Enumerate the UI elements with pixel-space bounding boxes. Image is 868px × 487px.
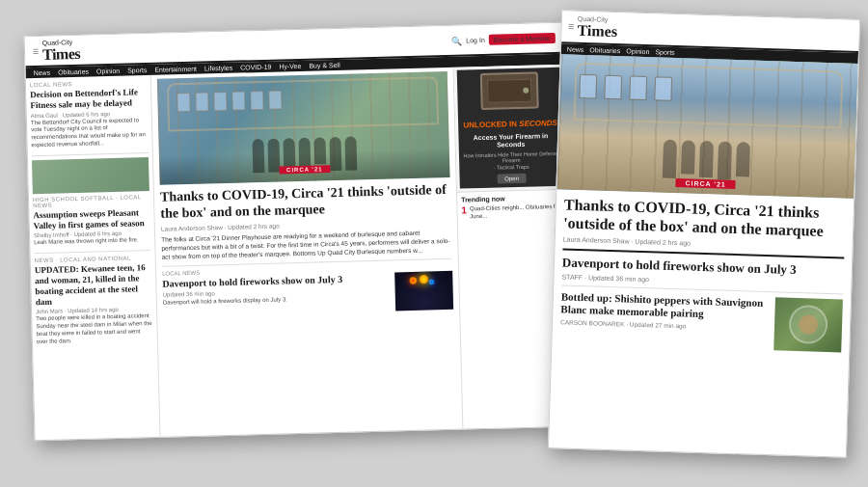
nav-lifestyles[interactable]: Lifestyles [204, 65, 232, 72]
sec-window-row [579, 74, 672, 101]
sec-window-2 [604, 75, 622, 100]
ad-banner: Unlocked in SECONDS Access Your Firearm … [454, 65, 567, 193]
window [213, 92, 228, 111]
sec-bottom-article: Bottled up: Shishito peppers with Sauvig… [559, 290, 843, 352]
sec-nav-sports[interactable]: Sports [655, 48, 674, 56]
sec-person-4 [718, 141, 732, 179]
nav-opinion[interactable]: Opinion [96, 68, 120, 75]
sec-bottom-image [773, 297, 843, 352]
sidebar-body-3: Two people were killed in a boating acci… [36, 312, 153, 345]
window [250, 91, 264, 110]
center-content: CIRCA '21 Thanks to COVID-19, Circa '21 … [151, 68, 463, 440]
ad-headline: Access Your Firearm in Seconds [462, 132, 558, 150]
hamburger-icon[interactable]: ☰ [33, 48, 39, 56]
sec-nav-obituaries[interactable]: Obituaries [589, 46, 620, 54]
nav-covid[interactable]: COVID-19 [240, 64, 271, 71]
ad-unlocked-title: Unlocked in [463, 120, 519, 130]
sec-marquee-sign: CIRCA '21 [675, 178, 736, 189]
login-button[interactable]: Log In [466, 37, 485, 44]
become-member-button[interactable]: Become a Member [489, 33, 556, 45]
sec-bottom-headline[interactable]: Bottled up: Shishito peppers with Sauvig… [560, 290, 771, 322]
ad-sub2: · Tactical Traps [494, 164, 529, 171]
trending-text-1: Quad-Cities neighb... Obituaries for Jun… [470, 203, 564, 221]
nav-entertainment[interactable]: Entertainment [154, 66, 197, 73]
header-actions: 🔍 Log In Become a Member [451, 33, 556, 46]
trending-label: Trending now [461, 194, 563, 203]
divider-2 [34, 250, 150, 254]
main-body: The folks at Circa '21 Dinner Playhouse … [161, 227, 452, 260]
marquee-sign: CIRCA '21 [279, 165, 331, 174]
trending-item-1[interactable]: 1 Quad-Cities neighb... Obituaries for J… [461, 203, 563, 221]
window [176, 93, 191, 112]
sec-bottom-text: Bottled up: Shishito peppers with Sauvig… [559, 290, 771, 350]
window [268, 90, 283, 109]
window [195, 92, 209, 111]
ad-seconds-text: SECONDS [519, 119, 557, 128]
sec-building-img: CIRCA '21 [556, 54, 857, 199]
section-label-2: HIGH SCHOOL SOFTBALL · LOCAL NEWS [33, 194, 149, 208]
sidebar-body-1: The Bettendorf City Council is expected … [31, 117, 149, 149]
sec-nav-news[interactable]: News [567, 45, 584, 53]
fireworks-image [394, 271, 453, 311]
sec-window-4 [654, 76, 672, 101]
sidebar-headline-2[interactable]: Assumption sweeps Pleasant Valley in fir… [33, 207, 150, 231]
nav-news[interactable]: News [34, 69, 51, 76]
main-headline[interactable]: Thanks to COVID-19, Circa '21 thinks 'ou… [160, 182, 451, 222]
firework-burst-1 [409, 277, 417, 284]
sec-logo-area: ☰ Quad-City Times [567, 14, 854, 47]
sec-logo-text: Times [577, 22, 617, 41]
sec-nav-opinion[interactable]: Opinion [626, 47, 649, 55]
nav-buy-sell[interactable]: Buy & Sell [309, 62, 339, 69]
secondary-article-row: Davenport to hold fireworks show on July… [162, 271, 453, 317]
nav-obituaries[interactable]: Obituaries [58, 68, 89, 76]
sidebar-left: LOCAL NEWS Decision on Bettendorf's Life… [26, 75, 161, 441]
ad-content[interactable]: Unlocked in SECONDS Access Your Firearm … [457, 68, 564, 189]
sec-person-1 [663, 140, 677, 178]
sec-main-headline[interactable]: Thanks to COVID-19, Circa '21 thinks 'ou… [563, 195, 846, 241]
main-logo: Quad-City Times [42, 39, 81, 64]
nav-hyvee[interactable]: Hy-Vee [279, 63, 301, 70]
nav-sports[interactable]: Sports [127, 67, 147, 74]
sec-person-2 [681, 140, 695, 174]
sec-person-3 [699, 141, 714, 177]
trending-section: Trending now 1 Quad-Cities neighb... Obi… [457, 190, 568, 229]
ad-unlocked-label: Unlocked in SECONDS [463, 112, 557, 132]
firework-burst-2 [428, 279, 434, 284]
window-row-1 [176, 90, 282, 112]
sec-main-image: CIRCA '21 [556, 54, 857, 199]
sec-logo: Quad-City Times [577, 15, 617, 41]
main-content: LOCAL NEWS Decision on Bettendorf's Life… [26, 65, 574, 442]
sidebar-headline-3[interactable]: UPDATED: Kewanee teen, 16 and woman, 21,… [35, 262, 152, 307]
ad-open-button[interactable]: Open [497, 174, 527, 184]
sidebar-headline-1[interactable]: Decision on Bettendorf's Life Fitness sa… [30, 87, 148, 111]
sec-hamburger-icon[interactable]: ☰ [568, 23, 574, 31]
ad-product-image [480, 71, 539, 110]
newspaper-main: ☰ Quad-City Times 🔍 Log In Become a Memb… [24, 22, 575, 442]
sec-people [663, 140, 750, 181]
logo-area: ☰ Quad-City Times [33, 39, 81, 64]
search-icon[interactable]: 🔍 [451, 36, 462, 45]
ad-sub1: How Intruders Hide Their Home Defense Fi… [463, 150, 559, 166]
trending-num-1: 1 [461, 205, 467, 215]
newspaper-secondary: ☰ Quad-City Times News Obituaries Opinio… [548, 10, 860, 458]
sec-person-5 [736, 142, 750, 176]
window [231, 91, 246, 110]
sec-window-3 [629, 76, 647, 101]
sec-window-1 [579, 74, 597, 99]
main-article-image: CIRCA '21 [157, 71, 450, 185]
sidebar-image-1 [32, 157, 149, 194]
secondary-article-text: Davenport to hold fireworks show on July… [162, 272, 391, 307]
sec-content: Thanks to COVID-19, Circa '21 thinks 'ou… [552, 189, 854, 359]
logo-text: Times [42, 45, 80, 64]
divider-1 [32, 152, 149, 156]
screenshot-container: ☰ Quad-City Times 🔍 Log In Become a Memb… [0, 0, 868, 487]
firework-burst-3 [419, 274, 428, 284]
